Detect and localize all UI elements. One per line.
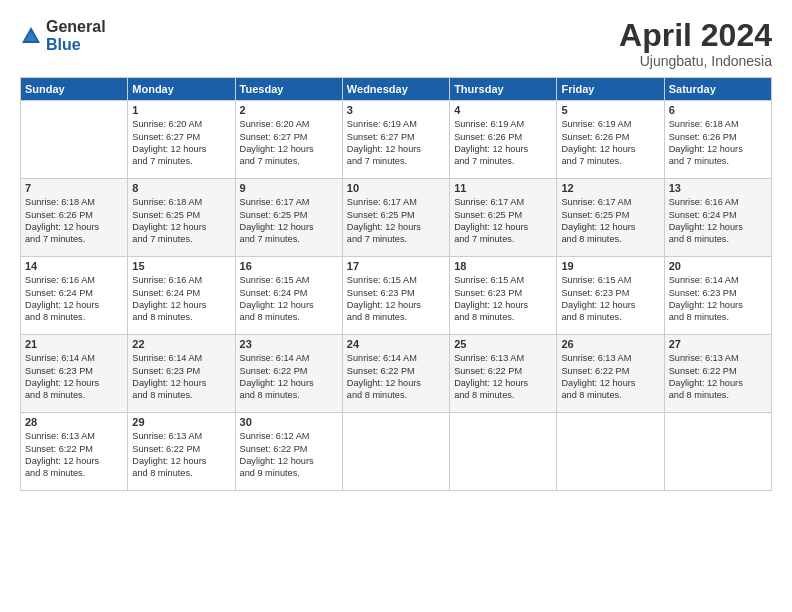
day-number: 23 — [240, 338, 338, 350]
calendar-cell: 18Sunrise: 6:15 AMSunset: 6:23 PMDayligh… — [450, 257, 557, 335]
calendar-cell: 8Sunrise: 6:18 AMSunset: 6:25 PMDaylight… — [128, 179, 235, 257]
calendar-cell: 1Sunrise: 6:20 AMSunset: 6:27 PMDaylight… — [128, 101, 235, 179]
calendar-cell: 26Sunrise: 6:13 AMSunset: 6:22 PMDayligh… — [557, 335, 664, 413]
calendar-cell: 15Sunrise: 6:16 AMSunset: 6:24 PMDayligh… — [128, 257, 235, 335]
calendar-cell: 16Sunrise: 6:15 AMSunset: 6:24 PMDayligh… — [235, 257, 342, 335]
day-info: Sunrise: 6:13 AMSunset: 6:22 PMDaylight:… — [561, 352, 659, 402]
calendar-cell: 17Sunrise: 6:15 AMSunset: 6:23 PMDayligh… — [342, 257, 449, 335]
day-info: Sunrise: 6:20 AMSunset: 6:27 PMDaylight:… — [132, 118, 230, 168]
calendar-cell: 10Sunrise: 6:17 AMSunset: 6:25 PMDayligh… — [342, 179, 449, 257]
calendar-cell — [450, 413, 557, 491]
calendar-cell: 12Sunrise: 6:17 AMSunset: 6:25 PMDayligh… — [557, 179, 664, 257]
location-subtitle: Ujungbatu, Indonesia — [619, 53, 772, 69]
calendar-cell — [342, 413, 449, 491]
day-number: 10 — [347, 182, 445, 194]
day-number: 14 — [25, 260, 123, 272]
day-info: Sunrise: 6:18 AMSunset: 6:25 PMDaylight:… — [132, 196, 230, 246]
day-number: 27 — [669, 338, 767, 350]
day-info: Sunrise: 6:18 AMSunset: 6:26 PMDaylight:… — [25, 196, 123, 246]
calendar-cell: 28Sunrise: 6:13 AMSunset: 6:22 PMDayligh… — [21, 413, 128, 491]
day-info: Sunrise: 6:15 AMSunset: 6:23 PMDaylight:… — [561, 274, 659, 324]
day-number: 22 — [132, 338, 230, 350]
day-number: 6 — [669, 104, 767, 116]
page: General Blue April 2024 Ujungbatu, Indon… — [0, 0, 792, 612]
day-number: 3 — [347, 104, 445, 116]
day-info: Sunrise: 6:19 AMSunset: 6:27 PMDaylight:… — [347, 118, 445, 168]
day-info: Sunrise: 6:13 AMSunset: 6:22 PMDaylight:… — [132, 430, 230, 480]
calendar-cell: 4Sunrise: 6:19 AMSunset: 6:26 PMDaylight… — [450, 101, 557, 179]
header-row: SundayMondayTuesdayWednesdayThursdayFrid… — [21, 78, 772, 101]
day-info: Sunrise: 6:14 AMSunset: 6:23 PMDaylight:… — [132, 352, 230, 402]
calendar-cell: 7Sunrise: 6:18 AMSunset: 6:26 PMDaylight… — [21, 179, 128, 257]
day-number: 13 — [669, 182, 767, 194]
day-number: 24 — [347, 338, 445, 350]
day-info: Sunrise: 6:16 AMSunset: 6:24 PMDaylight:… — [669, 196, 767, 246]
day-info: Sunrise: 6:14 AMSunset: 6:23 PMDaylight:… — [25, 352, 123, 402]
calendar-cell — [664, 413, 771, 491]
day-info: Sunrise: 6:12 AMSunset: 6:22 PMDaylight:… — [240, 430, 338, 480]
day-number: 29 — [132, 416, 230, 428]
day-info: Sunrise: 6:15 AMSunset: 6:23 PMDaylight:… — [347, 274, 445, 324]
week-row-5: 28Sunrise: 6:13 AMSunset: 6:22 PMDayligh… — [21, 413, 772, 491]
day-info: Sunrise: 6:14 AMSunset: 6:23 PMDaylight:… — [669, 274, 767, 324]
day-info: Sunrise: 6:17 AMSunset: 6:25 PMDaylight:… — [347, 196, 445, 246]
calendar-cell: 13Sunrise: 6:16 AMSunset: 6:24 PMDayligh… — [664, 179, 771, 257]
calendar-cell: 24Sunrise: 6:14 AMSunset: 6:22 PMDayligh… — [342, 335, 449, 413]
col-header-thursday: Thursday — [450, 78, 557, 101]
day-info: Sunrise: 6:16 AMSunset: 6:24 PMDaylight:… — [132, 274, 230, 324]
day-number: 19 — [561, 260, 659, 272]
day-number: 5 — [561, 104, 659, 116]
day-number: 2 — [240, 104, 338, 116]
calendar-cell: 30Sunrise: 6:12 AMSunset: 6:22 PMDayligh… — [235, 413, 342, 491]
day-number: 4 — [454, 104, 552, 116]
month-title: April 2024 — [619, 18, 772, 53]
week-row-1: 1Sunrise: 6:20 AMSunset: 6:27 PMDaylight… — [21, 101, 772, 179]
col-header-friday: Friday — [557, 78, 664, 101]
day-number: 11 — [454, 182, 552, 194]
calendar-cell: 2Sunrise: 6:20 AMSunset: 6:27 PMDaylight… — [235, 101, 342, 179]
day-number: 20 — [669, 260, 767, 272]
day-number: 21 — [25, 338, 123, 350]
day-info: Sunrise: 6:17 AMSunset: 6:25 PMDaylight:… — [561, 196, 659, 246]
calendar-cell: 11Sunrise: 6:17 AMSunset: 6:25 PMDayligh… — [450, 179, 557, 257]
week-row-3: 14Sunrise: 6:16 AMSunset: 6:24 PMDayligh… — [21, 257, 772, 335]
day-info: Sunrise: 6:13 AMSunset: 6:22 PMDaylight:… — [669, 352, 767, 402]
day-info: Sunrise: 6:19 AMSunset: 6:26 PMDaylight:… — [561, 118, 659, 168]
day-info: Sunrise: 6:13 AMSunset: 6:22 PMDaylight:… — [454, 352, 552, 402]
day-number: 7 — [25, 182, 123, 194]
day-info: Sunrise: 6:15 AMSunset: 6:24 PMDaylight:… — [240, 274, 338, 324]
day-number: 15 — [132, 260, 230, 272]
day-number: 28 — [25, 416, 123, 428]
day-info: Sunrise: 6:18 AMSunset: 6:26 PMDaylight:… — [669, 118, 767, 168]
calendar-cell — [21, 101, 128, 179]
day-info: Sunrise: 6:17 AMSunset: 6:25 PMDaylight:… — [240, 196, 338, 246]
calendar-cell: 6Sunrise: 6:18 AMSunset: 6:26 PMDaylight… — [664, 101, 771, 179]
day-number: 30 — [240, 416, 338, 428]
calendar-table: SundayMondayTuesdayWednesdayThursdayFrid… — [20, 77, 772, 491]
day-info: Sunrise: 6:16 AMSunset: 6:24 PMDaylight:… — [25, 274, 123, 324]
day-info: Sunrise: 6:14 AMSunset: 6:22 PMDaylight:… — [240, 352, 338, 402]
week-row-2: 7Sunrise: 6:18 AMSunset: 6:26 PMDaylight… — [21, 179, 772, 257]
col-header-sunday: Sunday — [21, 78, 128, 101]
logo-text: General Blue — [46, 18, 106, 53]
day-number: 25 — [454, 338, 552, 350]
calendar-cell: 27Sunrise: 6:13 AMSunset: 6:22 PMDayligh… — [664, 335, 771, 413]
calendar-cell: 20Sunrise: 6:14 AMSunset: 6:23 PMDayligh… — [664, 257, 771, 335]
col-header-monday: Monday — [128, 78, 235, 101]
day-info: Sunrise: 6:14 AMSunset: 6:22 PMDaylight:… — [347, 352, 445, 402]
col-header-tuesday: Tuesday — [235, 78, 342, 101]
col-header-saturday: Saturday — [664, 78, 771, 101]
day-number: 1 — [132, 104, 230, 116]
calendar-cell: 29Sunrise: 6:13 AMSunset: 6:22 PMDayligh… — [128, 413, 235, 491]
calendar-cell: 3Sunrise: 6:19 AMSunset: 6:27 PMDaylight… — [342, 101, 449, 179]
col-header-wednesday: Wednesday — [342, 78, 449, 101]
day-info: Sunrise: 6:15 AMSunset: 6:23 PMDaylight:… — [454, 274, 552, 324]
day-number: 17 — [347, 260, 445, 272]
day-info: Sunrise: 6:19 AMSunset: 6:26 PMDaylight:… — [454, 118, 552, 168]
title-block: April 2024 Ujungbatu, Indonesia — [619, 18, 772, 69]
day-info: Sunrise: 6:13 AMSunset: 6:22 PMDaylight:… — [25, 430, 123, 480]
logo-general: General — [46, 18, 106, 36]
calendar-cell: 5Sunrise: 6:19 AMSunset: 6:26 PMDaylight… — [557, 101, 664, 179]
day-number: 26 — [561, 338, 659, 350]
header: General Blue April 2024 Ujungbatu, Indon… — [20, 18, 772, 69]
